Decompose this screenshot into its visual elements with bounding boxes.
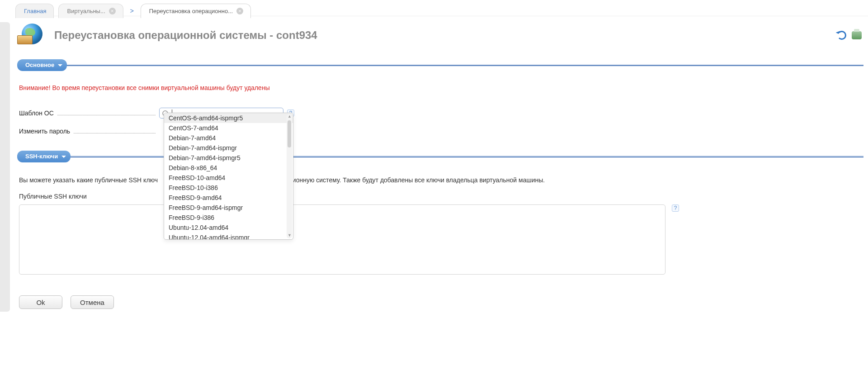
section-main-label: Основное <box>25 62 54 68</box>
os-option[interactable]: Debian-8-x86_64 <box>164 163 293 173</box>
os-template-dropdown[interactable]: CentOS-6-amd64-ispmgr5CentOS-7-amd64Debi… <box>164 113 293 240</box>
page-title: Переустановка операционной системы - con… <box>54 29 317 42</box>
help-icon[interactable]: ? <box>672 204 679 212</box>
os-option[interactable]: Ubuntu-12.04-amd64-ispmgr <box>164 233 293 239</box>
os-option[interactable]: Debian-7-amd64 <box>164 133 293 143</box>
globe-box-icon <box>17 24 46 47</box>
tab-reinstall-label: Переустановка операционно... <box>149 8 233 14</box>
button-row: Ok Отмена <box>17 295 863 309</box>
row-os-template: Шаблон ОС ? <box>17 104 863 122</box>
section-main-header[interactable]: Основное <box>17 59 863 71</box>
os-option[interactable]: FreeBSD-9-amd64-ispmgr <box>164 203 293 213</box>
ssh-description: Вы можете указать какие публичные SSH кл… <box>19 176 863 184</box>
close-icon[interactable]: × <box>109 8 116 14</box>
section-ssh-pill[interactable]: SSH-ключи <box>17 151 71 162</box>
breadcrumb-sep: > <box>128 4 136 18</box>
page-header: Переустановка операционной системы - con… <box>17 24 863 47</box>
chevron-down-icon <box>61 156 66 160</box>
tab-main-label: Главная <box>24 8 46 14</box>
os-option[interactable]: Debian-7-amd64-ispmgr <box>164 143 293 153</box>
cancel-button[interactable]: Отмена <box>71 295 114 309</box>
scroll-up-icon[interactable]: ▲ <box>288 114 291 119</box>
tab-vm-label: Виртуальны... <box>67 8 105 14</box>
ssh-keys-textarea[interactable] <box>19 204 665 275</box>
scrollbar[interactable]: ▲ ▼ <box>287 114 292 238</box>
os-option[interactable]: CentOS-7-amd64 <box>164 123 293 133</box>
chevron-down-icon <box>58 64 62 69</box>
os-option[interactable]: Debian-7-amd64-ispmgr5 <box>164 153 293 163</box>
os-option[interactable]: FreeBSD-10-i386 <box>164 183 293 193</box>
section-divider <box>63 64 863 66</box>
tab-main[interactable]: Главная <box>15 4 54 18</box>
row-change-password: Изменить пароль <box>17 122 863 140</box>
os-option[interactable]: FreeBSD-9-i386 <box>164 213 293 223</box>
warning-text: Внимание! Во время переустановки все сни… <box>19 84 863 91</box>
label-change-password: Изменить пароль <box>19 128 159 135</box>
scroll-down-icon[interactable]: ▼ <box>288 233 291 238</box>
os-option[interactable]: CentOS-6-amd64-ispmgr5 <box>164 113 293 123</box>
ok-button[interactable]: Ok <box>19 295 62 309</box>
print-icon[interactable] <box>852 31 862 39</box>
os-option[interactable]: FreeBSD-10-amd64 <box>164 173 293 183</box>
os-option[interactable]: FreeBSD-9-amd64 <box>164 193 293 203</box>
tab-vm[interactable]: Виртуальны... × <box>58 4 123 18</box>
label-ssh-keys: Публичные SSH ключи <box>19 193 863 200</box>
scroll-thumb[interactable] <box>288 120 291 147</box>
close-icon[interactable]: × <box>236 8 243 14</box>
section-main-pill[interactable]: Основное <box>17 59 67 71</box>
os-option[interactable]: Ubuntu-12.04-amd64 <box>164 223 293 233</box>
tab-reinstall[interactable]: Переустановка операционно... × <box>141 4 251 18</box>
section-ssh-label: SSH-ключи <box>25 153 58 160</box>
left-gutter <box>0 22 10 312</box>
tab-bar: Главная Виртуальны... × > Переустановка … <box>15 1 251 18</box>
section-ssh-header[interactable]: SSH-ключи <box>17 150 863 163</box>
refresh-icon[interactable] <box>837 31 846 40</box>
label-os-template: Шаблон ОС <box>19 109 159 117</box>
